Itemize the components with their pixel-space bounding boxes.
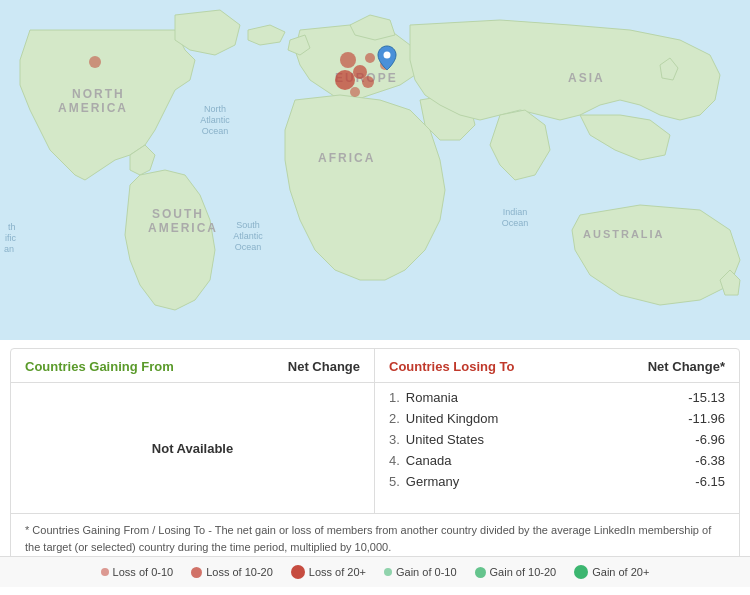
legend-loss-large: Loss of 20+ bbox=[291, 565, 366, 579]
legend-label-gain-small: Gain of 0-10 bbox=[396, 566, 457, 578]
rank-3: 3. bbox=[389, 432, 400, 447]
legend-loss-medium: Loss of 10-20 bbox=[191, 566, 273, 578]
svg-text:AMERICA: AMERICA bbox=[148, 221, 218, 235]
legend-gain-small: Gain of 0-10 bbox=[384, 566, 457, 578]
gaining-title: Countries Gaining From bbox=[25, 359, 174, 374]
legend-label-gain-medium: Gain of 10-20 bbox=[490, 566, 557, 578]
legend-gain-medium: Gain of 10-20 bbox=[475, 566, 557, 578]
svg-text:NORTH: NORTH bbox=[72, 87, 125, 101]
svg-text:AMERICA: AMERICA bbox=[58, 101, 128, 115]
svg-point-27 bbox=[350, 87, 360, 97]
losing-title: Countries Losing To bbox=[389, 359, 514, 374]
legend-dot-gain-medium bbox=[475, 567, 486, 578]
table-row: 4. Canada -6.38 bbox=[375, 450, 739, 471]
footnote-text: * Countries Gaining From / Losing To - T… bbox=[25, 524, 711, 553]
country-name-1: Romania bbox=[406, 390, 688, 405]
legend-dot-loss-small bbox=[101, 568, 109, 576]
country-name-4: Canada bbox=[406, 453, 696, 468]
rank-4: 4. bbox=[389, 453, 400, 468]
losing-header: Countries Losing To Net Change* bbox=[375, 349, 739, 382]
svg-text:ific: ific bbox=[5, 233, 16, 243]
country-value-3: -6.96 bbox=[695, 432, 725, 447]
table-row: 2. United Kingdom -11.96 bbox=[375, 408, 739, 429]
svg-text:Ocean: Ocean bbox=[202, 126, 229, 136]
legend-loss-small: Loss of 0-10 bbox=[101, 566, 174, 578]
legend-label-gain-large: Gain of 20+ bbox=[592, 566, 649, 578]
country-value-4: -6.38 bbox=[695, 453, 725, 468]
svg-point-22 bbox=[365, 53, 375, 63]
legend-label-loss-small: Loss of 0-10 bbox=[113, 566, 174, 578]
world-map: NORTH AMERICA SOUTH AMERICA EUROPE AFRIC… bbox=[0, 0, 750, 340]
map-legend: Loss of 0-10 Loss of 10-20 Loss of 20+ G… bbox=[0, 556, 750, 587]
legend-dot-loss-medium bbox=[191, 567, 202, 578]
country-value-2: -11.96 bbox=[688, 411, 725, 426]
table-row: 1. Romania -15.13 bbox=[375, 387, 739, 408]
losing-panel: 1. Romania -15.13 2. United Kingdom -11.… bbox=[375, 383, 739, 513]
svg-text:Ocean: Ocean bbox=[235, 242, 262, 252]
legend-gain-large: Gain of 20+ bbox=[574, 565, 649, 579]
legend-dot-gain-small bbox=[384, 568, 392, 576]
data-section: Countries Gaining From Net Change Countr… bbox=[10, 348, 740, 566]
svg-text:Atlantic: Atlantic bbox=[200, 115, 230, 125]
svg-text:an: an bbox=[4, 244, 14, 254]
country-name-5: Germany bbox=[406, 474, 696, 489]
rank-1: 1. bbox=[389, 390, 400, 405]
table-body: Not Available 1. Romania -15.13 2. Unite… bbox=[11, 383, 739, 513]
country-value-5: -6.15 bbox=[695, 474, 725, 489]
gaining-panel: Not Available bbox=[11, 383, 375, 513]
table-headers: Countries Gaining From Net Change Countr… bbox=[11, 349, 739, 383]
country-value-1: -15.13 bbox=[688, 390, 725, 405]
legend-dot-gain-large bbox=[574, 565, 588, 579]
svg-text:th: th bbox=[8, 222, 16, 232]
svg-text:Ocean: Ocean bbox=[502, 218, 529, 228]
rank-2: 2. bbox=[389, 411, 400, 426]
legend-label-loss-large: Loss of 20+ bbox=[309, 566, 366, 578]
country-name-3: United States bbox=[406, 432, 696, 447]
svg-text:SOUTH: SOUTH bbox=[152, 207, 204, 221]
svg-text:Atlantic: Atlantic bbox=[233, 231, 263, 241]
rank-5: 5. bbox=[389, 474, 400, 489]
svg-point-28 bbox=[384, 52, 391, 59]
not-available-text: Not Available bbox=[152, 441, 233, 456]
svg-point-25 bbox=[335, 70, 355, 90]
legend-label-loss-medium: Loss of 10-20 bbox=[206, 566, 273, 578]
svg-text:South: South bbox=[236, 220, 260, 230]
svg-point-21 bbox=[340, 52, 356, 68]
svg-text:ASIA: ASIA bbox=[568, 71, 605, 85]
svg-text:North: North bbox=[204, 104, 226, 114]
gaining-net-change-label: Net Change bbox=[288, 359, 360, 374]
gaining-header: Countries Gaining From Net Change bbox=[11, 349, 375, 382]
table-row: 3. United States -6.96 bbox=[375, 429, 739, 450]
svg-text:AUSTRALIA: AUSTRALIA bbox=[583, 228, 665, 240]
svg-point-26 bbox=[362, 76, 374, 88]
country-name-2: United Kingdom bbox=[406, 411, 688, 426]
legend-dot-loss-large bbox=[291, 565, 305, 579]
svg-text:AFRICA: AFRICA bbox=[318, 151, 375, 165]
losing-net-change-label: Net Change* bbox=[648, 359, 725, 374]
table-row: 5. Germany -6.15 bbox=[375, 471, 739, 492]
svg-point-20 bbox=[89, 56, 101, 68]
svg-text:Indian: Indian bbox=[503, 207, 528, 217]
